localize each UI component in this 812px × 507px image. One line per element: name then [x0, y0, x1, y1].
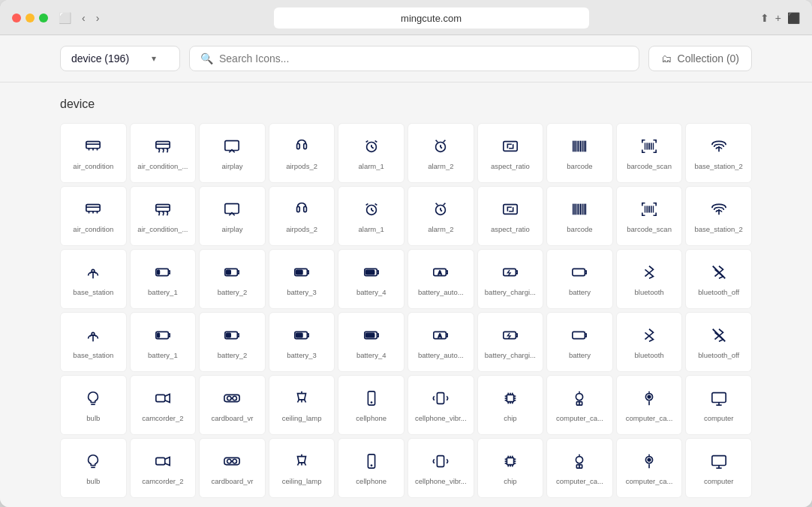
icon-cell-battery_1[interactable]: battery_1 [130, 249, 197, 309]
icon-cell-air_condition_2[interactable]: air_condition_... [130, 186, 197, 246]
icon-cell-air_condition_2[interactable]: air_condition_... [130, 123, 197, 183]
icon-cell-ceiling_lamp[interactable]: ceiling_lamp [269, 375, 335, 435]
icon-label-computer_ca2: computer_ca... [626, 477, 673, 485]
icon-cell-bluetooth_off[interactable]: bluetooth_off [685, 249, 752, 309]
icon-cell-cardboard_vr[interactable]: cardboard_vr [199, 438, 266, 498]
icon-cell-aspect_ratio[interactable]: aspect_ratio [477, 186, 544, 246]
search-icon: 🔍 [200, 52, 213, 64]
icon-cell-computer_ca1[interactable]: computer_ca... [546, 438, 613, 498]
icon-cell-airpods_2[interactable]: airpods_2 [269, 123, 335, 183]
icon-cell-barcode[interactable]: barcode [546, 186, 613, 246]
icon-cell-battery_2[interactable]: battery_2 [199, 312, 266, 372]
icon-cell-bluetooth[interactable]: bluetooth [616, 249, 683, 309]
icon-cell-base_station_2[interactable]: base_station_2 [685, 123, 752, 183]
icon-label-barcode: barcode [567, 162, 592, 170]
icon-cell-base_station_2[interactable]: base_station_2 [685, 186, 752, 246]
icon-label-alarm_1: alarm_1 [359, 162, 384, 170]
icon-cell-barcode_scan[interactable]: barcode_scan [616, 123, 683, 183]
icon-cell-battery_auto[interactable]: Abattery_auto... [408, 249, 474, 309]
icon-cell-barcode[interactable]: barcode [546, 123, 613, 183]
svg-rect-9 [304, 144, 307, 149]
icon-label-cellphone_vibr: cellphone_vibr... [415, 414, 467, 422]
icon-cell-air_condition[interactable]: air_condition [60, 123, 127, 183]
icon-cell-alarm_1[interactable]: alarm_1 [338, 186, 404, 246]
icon-cell-battery[interactable]: battery [546, 249, 613, 309]
minimize-button[interactable] [26, 14, 35, 22]
icon-cell-battery_auto[interactable]: Abattery_auto... [408, 312, 474, 372]
icon-cell-cardboard_vr[interactable]: cardboard_vr [199, 375, 266, 435]
icon-cell-bulb[interactable]: bulb [60, 375, 127, 435]
icon-cell-computer_ca1[interactable]: computer_ca... [546, 375, 613, 435]
new-tab-button[interactable]: + [775, 12, 781, 24]
icon-cell-battery_2[interactable]: battery_2 [199, 249, 266, 309]
icon-cell-battery_3[interactable]: battery_3 [269, 249, 335, 309]
icon-cell-bluetooth_off[interactable]: bluetooth_off [685, 312, 752, 372]
icon-cell-battery_1[interactable]: battery_1 [130, 312, 197, 372]
icon-cell-cellphone_vibr[interactable]: cellphone_vibr... [408, 438, 474, 498]
close-button[interactable] [12, 14, 21, 22]
icon-cell-camcorder_2[interactable]: camcorder_2 [130, 438, 197, 498]
icon-cell-battery_4[interactable]: battery_4 [338, 312, 404, 372]
icon-cell-cellphone_vibr[interactable]: cellphone_vibr... [408, 375, 474, 435]
svg-line-110 [298, 400, 299, 403]
icon-cell-alarm_2[interactable]: alarm_2 [408, 186, 474, 246]
icon-label-battery_2: battery_2 [218, 351, 248, 359]
icon-cell-battery_4[interactable]: battery_4 [338, 249, 404, 309]
air_condition-icon [85, 201, 101, 220]
icon-cell-base_station[interactable]: base_station [60, 312, 127, 372]
icon-cell-airpods_2[interactable]: airpods_2 [269, 186, 335, 246]
sidebar-toggle-button[interactable]: ⬜ [56, 10, 74, 26]
icon-cell-base_station[interactable]: base_station [60, 249, 127, 309]
icon-label-battery_1: battery_1 [148, 288, 178, 296]
icon-cell-computer[interactable]: computer [685, 438, 752, 498]
icon-cell-bulb[interactable]: bulb [60, 438, 127, 498]
icon-cell-alarm_1[interactable]: alarm_1 [338, 123, 404, 183]
icon-cell-bluetooth[interactable]: bluetooth [616, 312, 683, 372]
icon-cell-ceiling_lamp[interactable]: ceiling_lamp [269, 438, 335, 498]
icon-label-bluetooth: bluetooth [635, 288, 664, 296]
icon-label-barcode_scan: barcode_scan [627, 162, 672, 170]
svg-rect-98 [573, 332, 585, 339]
svg-line-46 [365, 204, 368, 206]
share-button[interactable]: ⬆ [760, 12, 769, 24]
icon-cell-battery[interactable]: battery [546, 312, 613, 372]
icon-cell-airplay[interactable]: airplay [199, 186, 266, 246]
back-button[interactable]: ‹ [79, 10, 89, 26]
icon-cell-barcode_scan[interactable]: barcode_scan [616, 186, 683, 246]
search-input[interactable] [219, 52, 628, 64]
icon-cell-aspect_ratio[interactable]: aspect_ratio [477, 123, 544, 183]
svg-rect-69 [158, 271, 160, 275]
maximize-button[interactable] [39, 14, 48, 22]
svg-text:A: A [438, 333, 442, 338]
icon-cell-alarm_2[interactable]: alarm_2 [408, 123, 474, 183]
icon-cell-camcorder_2[interactable]: camcorder_2 [130, 375, 197, 435]
icon-label-alarm_2: alarm_2 [428, 162, 453, 170]
icon-label-camcorder_2: camcorder_2 [142, 414, 183, 422]
battery_auto-icon: A [432, 264, 449, 284]
collection-button[interactable]: 🗂 Collection (0) [648, 46, 752, 71]
icon-cell-computer_ca2[interactable]: computer_ca... [616, 438, 683, 498]
svg-rect-38 [156, 205, 170, 212]
icon-cell-battery_charging[interactable]: battery_chargi... [477, 249, 544, 309]
svg-line-45 [371, 210, 374, 212]
icon-cell-computer_ca2[interactable]: computer_ca... [616, 375, 683, 435]
ceiling_lamp-icon [293, 390, 310, 410]
icon-cell-computer[interactable]: computer [685, 375, 752, 435]
icon-cell-airplay[interactable]: airplay [199, 123, 266, 183]
icon-cell-cellphone[interactable]: cellphone [338, 375, 404, 435]
tabs-button[interactable]: ⬛ [787, 12, 800, 24]
icon-label-ceiling_lamp: ceiling_lamp [282, 414, 322, 422]
icon-cell-chip[interactable]: chip [477, 438, 544, 498]
forward-button[interactable]: › [93, 10, 103, 26]
icon-cell-battery_charging[interactable]: battery_chargi... [477, 312, 544, 372]
svg-rect-8 [297, 144, 300, 149]
icon-cell-battery_3[interactable]: battery_3 [269, 312, 335, 372]
camcorder_2-icon [155, 453, 171, 472]
svg-line-47 [374, 204, 377, 206]
icon-cell-chip[interactable]: chip [477, 375, 544, 435]
url-input[interactable] [274, 8, 589, 28]
icon-label-air_condition_2: air_condition_... [137, 225, 188, 233]
icon-cell-cellphone[interactable]: cellphone [338, 438, 404, 498]
category-dropdown[interactable]: device (196) ▾ [60, 46, 180, 71]
icon-cell-air_condition[interactable]: air_condition [60, 186, 127, 246]
